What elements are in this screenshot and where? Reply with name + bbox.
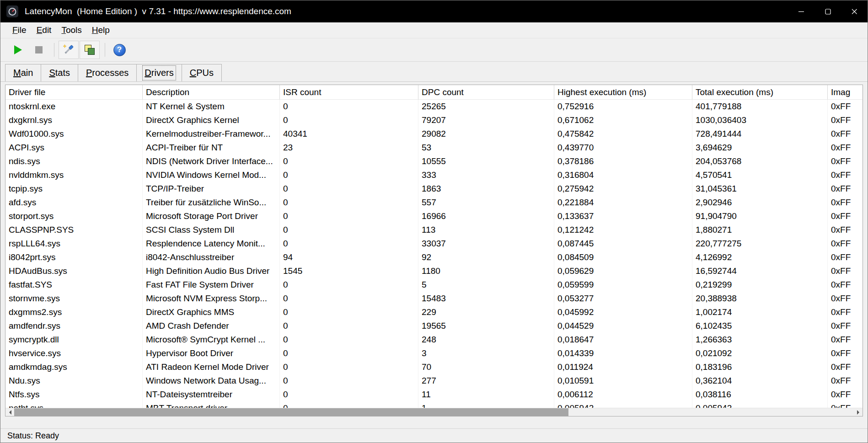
tab-stats[interactable]: Stats (41, 64, 78, 81)
cell-description: NVIDIA Windows Kernel Mod... (143, 168, 280, 182)
column-header-description[interactable]: Description (143, 85, 280, 100)
cell-isr-count: 40341 (280, 127, 418, 141)
cell-description: NDIS (Network Driver Interface... (143, 155, 280, 168)
close-button[interactable] (841, 0, 868, 22)
table-row[interactable]: symcryptk.dll Microsoft® SymCrypt Kernel… (5, 333, 863, 347)
cell-highest-execution: 0,053277 (554, 292, 692, 305)
cell-driver-file: tcpip.sys (5, 182, 143, 196)
cell-image-flags: 0xFF (828, 374, 863, 388)
table-row[interactable]: hvservice.sys Hypervisor Boot Driver 0 3… (5, 347, 863, 360)
cell-total-execution: 401,779188 (692, 100, 828, 113)
cell-image-flags: 0xFF (828, 155, 863, 168)
cell-image-flags: 0xFF (828, 196, 863, 209)
copy-pages-icon (83, 43, 96, 56)
edit-options-button[interactable] (59, 41, 79, 59)
column-header-driver-file[interactable]: Driver file (5, 85, 143, 100)
table-row[interactable]: fastfat.SYS Fast FAT File System Driver … (5, 278, 863, 292)
cell-driver-file: amdfendr.sys (5, 319, 143, 333)
tab-cpus[interactable]: CPUs (182, 64, 222, 81)
cell-highest-execution: 0,006112 (554, 388, 692, 401)
table-row[interactable]: ndis.sys NDIS (Network Driver Interface.… (5, 155, 863, 168)
table-row[interactable]: nvlddmkm.sys NVIDIA Windows Kernel Mod..… (5, 168, 863, 182)
table-row[interactable]: ACPI.sys ACPI-Treiber für NT 23 53 0,439… (5, 141, 863, 155)
cell-dpc-count: 333 (418, 168, 554, 182)
statusbar: Status: Ready (0, 428, 868, 443)
minimize-button[interactable] (788, 0, 814, 22)
cell-dpc-count: 92 (418, 251, 554, 264)
table-row[interactable]: storport.sys Microsoft Storage Port Driv… (5, 209, 863, 223)
cell-isr-count: 1545 (280, 264, 418, 278)
table-row[interactable]: ntoskrnl.exe NT Kernel & System 0 25265 … (5, 100, 863, 113)
caption-buttons (788, 0, 868, 22)
help-button[interactable]: ? (109, 41, 129, 59)
scroll-right-arrow-icon[interactable] (854, 408, 863, 416)
cell-description: SCSI Class System Dll (143, 223, 280, 237)
toolbar-separator (105, 43, 105, 57)
scrollbar-thumb[interactable] (14, 408, 568, 416)
cell-driver-file: Wdf01000.sys (5, 127, 143, 141)
cell-image-flags: 0xFF (828, 347, 863, 360)
table-row[interactable]: CLASSPNP.SYS SCSI Class System Dll 0 113… (5, 223, 863, 237)
cell-highest-execution: 0,084509 (554, 251, 692, 264)
column-header-dpc-count[interactable]: DPC count (418, 85, 554, 100)
cell-total-execution: 1,002174 (692, 305, 828, 319)
cell-highest-execution: 0,059629 (554, 264, 692, 278)
horizontal-scrollbar[interactable] (5, 408, 863, 416)
tab-processes[interactable]: Processes (78, 64, 137, 81)
cell-total-execution: 204,053768 (692, 155, 828, 168)
cell-description: DirectX Graphics Kernel (143, 113, 280, 127)
scroll-left-arrow-icon[interactable] (5, 408, 14, 416)
table-row[interactable]: dxgkrnl.sys DirectX Graphics Kernel 0 79… (5, 113, 863, 127)
table-row[interactable]: Wdf01000.sys Kernelmodustreiber-Framewor… (5, 127, 863, 141)
cell-highest-execution: 0,044529 (554, 319, 692, 333)
cell-dpc-count: 33037 (418, 237, 554, 251)
cell-total-execution: 220,777275 (692, 237, 828, 251)
latencymon-window: LatencyMon (Home Edition ) v 7.31 - http… (0, 0, 868, 443)
column-header-isr-count[interactable]: ISR count (280, 85, 418, 100)
cell-image-flags: 0xFF (828, 237, 863, 251)
menu-tools[interactable]: Tools (56, 24, 86, 37)
table-row[interactable]: afd.sys Treiber für zusätzliche WinSo...… (5, 196, 863, 209)
maximize-button[interactable] (814, 0, 841, 22)
cell-driver-file: HDAudBus.sys (5, 264, 143, 278)
table-row[interactable]: stornvme.sys Microsoft NVM Express Storp… (5, 292, 863, 305)
tab-drivers[interactable]: Drivers (136, 64, 182, 81)
column-header-highest-execution[interactable]: Highest execution (ms) (554, 85, 692, 100)
cell-image-flags: 0xFF (828, 305, 863, 319)
column-header-image-flags[interactable]: Imag (828, 85, 863, 100)
scrollbar-track[interactable] (14, 408, 854, 416)
cell-isr-count: 0 (280, 223, 418, 237)
cell-driver-file: stornvme.sys (5, 292, 143, 305)
cell-highest-execution: 0,018647 (554, 333, 692, 347)
copy-report-button[interactable] (80, 41, 100, 59)
column-header-total-execution[interactable]: Total execution (ms) (692, 85, 828, 100)
tab-main[interactable]: Main (5, 64, 41, 81)
cell-highest-execution: 0,475842 (554, 127, 692, 141)
cell-driver-file: rspLLL64.sys (5, 237, 143, 251)
toolbar: ? (0, 38, 868, 62)
table-row[interactable]: amdkmdag.sys ATI Radeon Kernel Mode Driv… (5, 360, 863, 374)
cell-dpc-count: 1180 (418, 264, 554, 278)
start-monitor-button[interactable] (8, 41, 28, 59)
stop-monitor-button[interactable] (29, 41, 49, 59)
table-row[interactable]: HDAudBus.sys High Definition Audio Bus D… (5, 264, 863, 278)
cell-total-execution: 0,362104 (692, 374, 828, 388)
maximize-icon (822, 6, 833, 17)
stop-icon (33, 44, 45, 56)
table-row[interactable]: rspLLL64.sys Resplendence Latency Monit.… (5, 237, 863, 251)
cell-description: DirectX Graphics MMS (143, 305, 280, 319)
menu-help[interactable]: Help (87, 24, 115, 37)
cell-total-execution: 0,183196 (692, 360, 828, 374)
table-row[interactable]: tcpip.sys TCP/IP-Treiber 0 1863 0,275942… (5, 182, 863, 196)
table-row[interactable]: Ndu.sys Windows Network Data Usag... 0 2… (5, 374, 863, 388)
table-row[interactable]: Ntfs.sys NT-Dateisystemtreiber 0 11 0,00… (5, 388, 863, 401)
cell-description: AMD Crash Defender (143, 319, 280, 333)
cell-image-flags: 0xFF (828, 333, 863, 347)
table-row[interactable]: dxgmms2.sys DirectX Graphics MMS 0 229 0… (5, 305, 863, 319)
menu-file[interactable]: File (7, 24, 32, 37)
cell-description: ACPI-Treiber für NT (143, 141, 280, 155)
table-row[interactable]: i8042prt.sys i8042-Anschlusstreiber 94 9… (5, 251, 863, 264)
menu-edit[interactable]: Edit (32, 24, 57, 37)
table-row[interactable]: amdfendr.sys AMD Crash Defender 0 19565 … (5, 319, 863, 333)
cell-dpc-count: 10555 (418, 155, 554, 168)
